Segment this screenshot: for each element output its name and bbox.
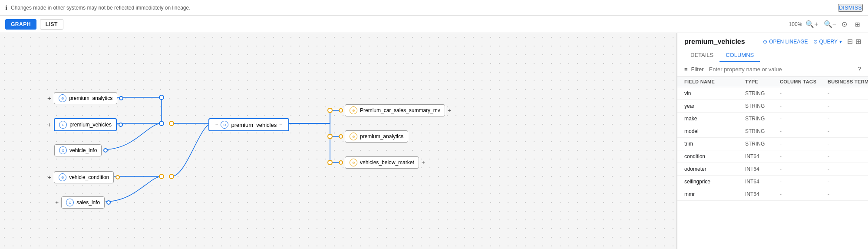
table-row: vin STRING - - - [677, 87, 868, 100]
panel-split-button[interactable]: ⊟ [847, 37, 853, 46]
cell-field: vin [684, 90, 745, 96]
node-box[interactable]: ⊙ vehicle_info [54, 144, 102, 156]
connector-dot [119, 96, 123, 100]
node-label: sales_info [76, 199, 100, 206]
banner-message: Changes made in other systems may not be… [11, 5, 191, 11]
zoom-reset-button[interactable]: ⊙ [840, 19, 849, 29]
svg-point-7 [328, 160, 332, 165]
filter-input[interactable] [709, 66, 854, 73]
cell-tags: - [780, 166, 828, 172]
table-row: mmr INT64 - - - [677, 188, 868, 201]
table-row: sellingprice INT64 - - - [677, 176, 868, 188]
expand-btn[interactable]: + [47, 121, 52, 128]
connector-dot [119, 123, 123, 127]
panel-expand-button[interactable]: ⊞ [855, 37, 861, 46]
cell-type: STRING [745, 128, 780, 134]
svg-point-2 [159, 174, 164, 179]
cell-field: make [684, 116, 745, 122]
help-icon[interactable]: ? [858, 66, 861, 73]
expand-btn[interactable]: + [447, 107, 452, 114]
zoom-in-button[interactable]: 🔍+ [804, 19, 820, 29]
filter-label: Filter [691, 66, 704, 73]
expand-btn[interactable]: + [47, 95, 52, 102]
node-premium-car-sales[interactable]: ⊙ Premium_car_sales_summary_mv + [339, 104, 452, 116]
expand-btn[interactable]: + [54, 199, 59, 206]
node-vehicle-info[interactable]: ⊙ vehicle_info [54, 144, 108, 156]
th-type: Type [745, 79, 780, 84]
svg-point-6 [328, 134, 332, 139]
node-premium-analytics-input[interactable]: + ⊙ premium_analytics [47, 92, 123, 104]
cell-tags: - [780, 191, 828, 197]
node-premium-vehicles-main[interactable]: − ⊙ premium_vehicles − [208, 118, 289, 131]
table-body: vin STRING - - - year STRING - - - make … [677, 87, 868, 201]
graph-canvas[interactable]: + ⊙ premium_analytics + ⊙ premium_vehicl… [0, 33, 677, 249]
cell-field: mmr [684, 191, 745, 197]
node-icon: ⊙ [350, 133, 357, 140]
dismiss-button[interactable]: DISMISS [838, 4, 863, 12]
zoom-level: 100% [789, 21, 802, 27]
columns-table: Field name Type Column Tags Business Ter… [677, 76, 868, 249]
node-box[interactable]: ⊙ vehicle_condition [54, 171, 114, 183]
node-icon: ⊙ [66, 199, 74, 206]
open-lineage-button[interactable]: ⊙ OPEN LINEAGE [763, 39, 808, 45]
table-row: odometer INT64 - - - [677, 163, 868, 176]
node-icon: ⊙ [59, 173, 66, 181]
connector-dot [103, 148, 108, 153]
cell-type: STRING [745, 141, 780, 147]
panel-title: premium_vehicles [684, 38, 745, 46]
node-icon: ⊙ [59, 94, 66, 102]
node-vehicle-condition[interactable]: + ⊙ vehicle_condition [47, 171, 120, 183]
node-sales-info[interactable]: + ⊙ sales_info [54, 196, 111, 209]
table-row: model STRING - - - [677, 125, 868, 138]
tab-details[interactable]: DETAILS [684, 49, 719, 62]
cell-terms: - [828, 179, 868, 185]
expand-btn[interactable]: + [47, 174, 52, 181]
collapse-right-btn[interactable]: − [279, 122, 282, 127]
graph-tab-button[interactable]: GRAPH [5, 19, 36, 30]
cell-terms: - [828, 153, 868, 159]
node-label: premium_analytics [360, 133, 403, 139]
node-box-main[interactable]: − ⊙ premium_vehicles − [208, 118, 289, 131]
cell-terms: - [828, 191, 868, 197]
table-row: make STRING - - - [677, 113, 868, 125]
query-button[interactable]: ⊙ QUERY ▾ [813, 39, 842, 45]
node-box[interactable]: ⊙ sales_info [61, 196, 105, 209]
cell-tags: - [780, 141, 828, 147]
cell-terms: - [828, 90, 868, 96]
cell-terms: - [828, 128, 868, 134]
cell-field: trim [684, 141, 745, 147]
node-box-selected[interactable]: ⊙ premium_vehicles [54, 118, 117, 131]
cell-tags: - [780, 153, 828, 159]
node-icon: ⊙ [59, 121, 67, 129]
th-field-name: Field name [684, 79, 745, 84]
expand-btn[interactable]: + [421, 159, 426, 166]
grid-view-button[interactable]: ⊞ [852, 20, 863, 29]
node-label: vehicle_condition [69, 174, 109, 180]
node-icon: ⊙ [221, 121, 228, 129]
node-premium-vehicles-input[interactable]: + ⊙ premium_vehicles [47, 118, 123, 131]
node-vehicles-below-market[interactable]: ⊙ vehicles_below_market + [339, 156, 426, 169]
table-header: Field name Type Column Tags Business Ter… [677, 76, 868, 87]
node-box[interactable]: ⊙ Premium_car_sales_summary_mv [345, 104, 445, 116]
th-business-terms: Business Terms [828, 79, 868, 84]
node-box[interactable]: ⊙ vehicles_below_market [345, 156, 419, 169]
list-tab-button[interactable]: LIST [40, 19, 63, 30]
collapse-left-btn[interactable]: − [215, 122, 218, 127]
cell-terms: - [828, 103, 868, 109]
connector-dot-orange [339, 160, 343, 165]
svg-point-3 [169, 121, 174, 126]
tab-columns[interactable]: COLUMNS [719, 49, 760, 62]
filter-icon: ≡ [684, 66, 688, 73]
zoom-controls: 100% 🔍+ 🔍− ⊙ [789, 19, 849, 29]
query-chevron: ▾ [839, 39, 842, 45]
filter-row: ≡ Filter ? [677, 62, 868, 76]
node-premium-analytics-output[interactable]: ⊙ premium_analytics [339, 130, 408, 143]
node-box[interactable]: ⊙ premium_analytics [54, 92, 117, 104]
node-icon: ⊙ [350, 106, 357, 114]
zoom-out-button[interactable]: 🔍− [822, 19, 838, 29]
node-label: premium_analytics [69, 95, 112, 101]
cell-tags: - [780, 128, 828, 134]
connector-dot [106, 200, 111, 205]
panel-tabs: DETAILS COLUMNS [684, 49, 861, 62]
node-box[interactable]: ⊙ premium_analytics [345, 130, 408, 143]
